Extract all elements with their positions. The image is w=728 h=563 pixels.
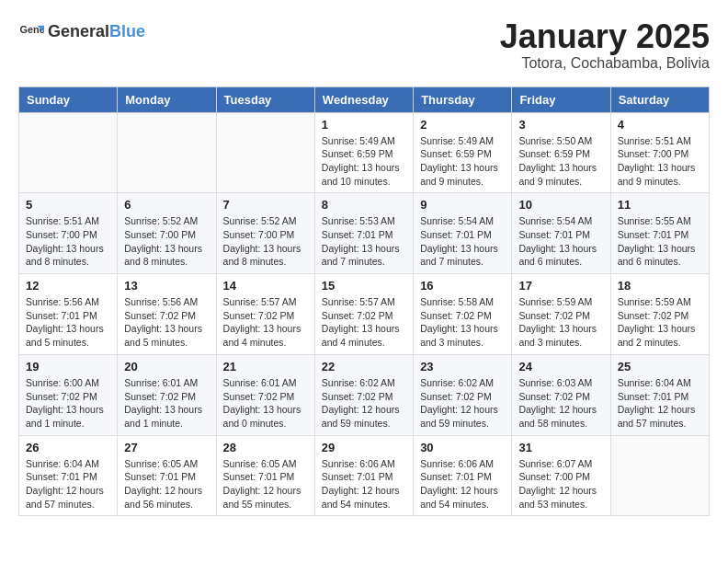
day-number: 23 <box>420 360 505 373</box>
day-number: 1 <box>322 118 406 132</box>
day-number: 3 <box>518 118 603 132</box>
calendar-cell: 17Sunrise: 5:59 AM Sunset: 7:02 PM Dayli… <box>512 274 610 355</box>
day-number: 28 <box>223 441 308 454</box>
day-info: Sunrise: 5:50 AM Sunset: 6:59 PM Dayligh… <box>518 134 603 189</box>
weekday-header-monday: Monday <box>118 86 216 112</box>
day-number: 2 <box>420 118 505 132</box>
calendar-cell: 20Sunrise: 6:01 AM Sunset: 7:02 PM Dayli… <box>118 354 216 435</box>
day-number: 20 <box>124 360 209 373</box>
day-info: Sunrise: 5:56 AM Sunset: 7:01 PM Dayligh… <box>26 295 110 350</box>
calendar-cell <box>19 112 118 193</box>
calendar-cell: 29Sunrise: 6:06 AM Sunset: 7:01 PM Dayli… <box>314 435 413 516</box>
calendar-cell: 2Sunrise: 5:49 AM Sunset: 6:59 PM Daylig… <box>414 112 512 193</box>
day-info: Sunrise: 5:51 AM Sunset: 7:00 PM Dayligh… <box>26 214 110 269</box>
calendar-cell: 31Sunrise: 6:07 AM Sunset: 7:00 PM Dayli… <box>512 435 610 516</box>
calendar-cell: 9Sunrise: 5:54 AM Sunset: 7:01 PM Daylig… <box>414 193 512 274</box>
day-number: 31 <box>518 441 603 454</box>
day-number: 9 <box>420 198 505 212</box>
day-info: Sunrise: 6:05 AM Sunset: 7:01 PM Dayligh… <box>223 457 308 511</box>
day-number: 24 <box>518 360 603 373</box>
calendar-week-row: 12Sunrise: 5:56 AM Sunset: 7:01 PM Dayli… <box>19 274 710 355</box>
day-number: 6 <box>124 198 209 212</box>
day-number: 14 <box>223 279 308 293</box>
day-info: Sunrise: 6:02 AM Sunset: 7:02 PM Dayligh… <box>420 376 505 431</box>
day-number: 19 <box>26 360 110 373</box>
day-info: Sunrise: 5:59 AM Sunset: 7:02 PM Dayligh… <box>618 295 702 350</box>
day-info: Sunrise: 6:01 AM Sunset: 7:02 PM Dayligh… <box>223 376 308 431</box>
day-info: Sunrise: 6:01 AM Sunset: 7:02 PM Dayligh… <box>124 376 209 431</box>
calendar-cell: 30Sunrise: 6:06 AM Sunset: 7:01 PM Dayli… <box>414 435 512 516</box>
day-number: 18 <box>618 279 702 293</box>
day-number: 7 <box>223 198 308 212</box>
calendar-cell: 8Sunrise: 5:53 AM Sunset: 7:01 PM Daylig… <box>314 193 413 274</box>
calendar-cell: 7Sunrise: 5:52 AM Sunset: 7:00 PM Daylig… <box>216 193 314 274</box>
page-header: General GeneralBlue January 2025 Totora,… <box>18 18 710 72</box>
day-number: 27 <box>124 441 209 454</box>
calendar-week-row: 26Sunrise: 6:04 AM Sunset: 7:01 PM Dayli… <box>19 435 710 516</box>
calendar-cell: 21Sunrise: 6:01 AM Sunset: 7:02 PM Dayli… <box>216 354 314 435</box>
day-info: Sunrise: 5:56 AM Sunset: 7:02 PM Dayligh… <box>124 295 209 350</box>
day-info: Sunrise: 5:57 AM Sunset: 7:02 PM Dayligh… <box>223 295 308 350</box>
day-number: 17 <box>518 279 603 293</box>
day-info: Sunrise: 5:54 AM Sunset: 7:01 PM Dayligh… <box>518 214 603 269</box>
day-number: 12 <box>26 279 110 293</box>
calendar-cell: 12Sunrise: 5:56 AM Sunset: 7:01 PM Dayli… <box>19 274 118 355</box>
calendar-cell: 16Sunrise: 5:58 AM Sunset: 7:02 PM Dayli… <box>414 274 512 355</box>
calendar-header-row: SundayMondayTuesdayWednesdayThursdayFrid… <box>19 86 710 112</box>
weekday-header-friday: Friday <box>512 86 610 112</box>
weekday-header-wednesday: Wednesday <box>314 86 413 112</box>
day-number: 13 <box>124 279 209 293</box>
weekday-header-tuesday: Tuesday <box>216 86 314 112</box>
day-info: Sunrise: 6:04 AM Sunset: 7:01 PM Dayligh… <box>26 457 110 511</box>
day-info: Sunrise: 5:51 AM Sunset: 7:00 PM Dayligh… <box>618 134 702 189</box>
calendar-cell: 1Sunrise: 5:49 AM Sunset: 6:59 PM Daylig… <box>314 112 413 193</box>
calendar-cell: 24Sunrise: 6:03 AM Sunset: 7:02 PM Dayli… <box>512 354 610 435</box>
day-number: 22 <box>322 360 406 373</box>
month-title: January 2025 <box>500 18 710 55</box>
logo-blue-text: Blue <box>109 22 145 40</box>
day-info: Sunrise: 5:58 AM Sunset: 7:02 PM Dayligh… <box>420 295 505 350</box>
weekday-header-thursday: Thursday <box>414 86 512 112</box>
weekday-header-sunday: Sunday <box>19 86 118 112</box>
calendar-table: SundayMondayTuesdayWednesdayThursdayFrid… <box>18 86 710 517</box>
logo: General GeneralBlue <box>18 18 145 44</box>
title-block: January 2025 Totora, Cochabamba, Bolivia <box>500 18 710 72</box>
calendar-cell: 4Sunrise: 5:51 AM Sunset: 7:00 PM Daylig… <box>610 112 709 193</box>
calendar-cell <box>610 435 709 516</box>
calendar-cell: 10Sunrise: 5:54 AM Sunset: 7:01 PM Dayli… <box>512 193 610 274</box>
calendar-cell: 5Sunrise: 5:51 AM Sunset: 7:00 PM Daylig… <box>19 193 118 274</box>
day-info: Sunrise: 6:05 AM Sunset: 7:01 PM Dayligh… <box>124 457 209 511</box>
day-info: Sunrise: 6:02 AM Sunset: 7:02 PM Dayligh… <box>322 376 406 431</box>
day-info: Sunrise: 6:03 AM Sunset: 7:02 PM Dayligh… <box>518 376 603 431</box>
day-info: Sunrise: 5:49 AM Sunset: 6:59 PM Dayligh… <box>322 134 406 189</box>
day-info: Sunrise: 6:07 AM Sunset: 7:00 PM Dayligh… <box>518 457 603 511</box>
calendar-cell: 13Sunrise: 5:56 AM Sunset: 7:02 PM Dayli… <box>118 274 216 355</box>
calendar-cell: 15Sunrise: 5:57 AM Sunset: 7:02 PM Dayli… <box>314 274 413 355</box>
calendar-cell: 3Sunrise: 5:50 AM Sunset: 6:59 PM Daylig… <box>512 112 610 193</box>
calendar-cell <box>118 112 216 193</box>
day-number: 29 <box>322 441 406 454</box>
day-number: 21 <box>223 360 308 373</box>
calendar-cell: 27Sunrise: 6:05 AM Sunset: 7:01 PM Dayli… <box>118 435 216 516</box>
day-number: 4 <box>618 118 702 132</box>
day-info: Sunrise: 5:57 AM Sunset: 7:02 PM Dayligh… <box>322 295 406 350</box>
calendar-cell: 11Sunrise: 5:55 AM Sunset: 7:01 PM Dayli… <box>610 193 709 274</box>
calendar-cell: 18Sunrise: 5:59 AM Sunset: 7:02 PM Dayli… <box>610 274 709 355</box>
day-number: 26 <box>26 441 110 454</box>
calendar-cell: 6Sunrise: 5:52 AM Sunset: 7:00 PM Daylig… <box>118 193 216 274</box>
day-info: Sunrise: 5:59 AM Sunset: 7:02 PM Dayligh… <box>518 295 603 350</box>
location-subtitle: Totora, Cochabamba, Bolivia <box>500 55 710 72</box>
calendar-cell: 22Sunrise: 6:02 AM Sunset: 7:02 PM Dayli… <box>314 354 413 435</box>
day-info: Sunrise: 5:49 AM Sunset: 6:59 PM Dayligh… <box>420 134 505 189</box>
calendar-cell: 25Sunrise: 6:04 AM Sunset: 7:01 PM Dayli… <box>610 354 709 435</box>
day-info: Sunrise: 6:04 AM Sunset: 7:01 PM Dayligh… <box>618 376 702 431</box>
day-info: Sunrise: 5:54 AM Sunset: 7:01 PM Dayligh… <box>420 214 505 269</box>
day-number: 16 <box>420 279 505 293</box>
day-number: 5 <box>26 198 110 212</box>
day-number: 10 <box>518 198 603 212</box>
calendar-week-row: 19Sunrise: 6:00 AM Sunset: 7:02 PM Dayli… <box>19 354 710 435</box>
calendar-cell: 14Sunrise: 5:57 AM Sunset: 7:02 PM Dayli… <box>216 274 314 355</box>
day-info: Sunrise: 6:00 AM Sunset: 7:02 PM Dayligh… <box>26 376 110 431</box>
day-number: 25 <box>618 360 702 373</box>
day-info: Sunrise: 6:06 AM Sunset: 7:01 PM Dayligh… <box>420 457 505 511</box>
